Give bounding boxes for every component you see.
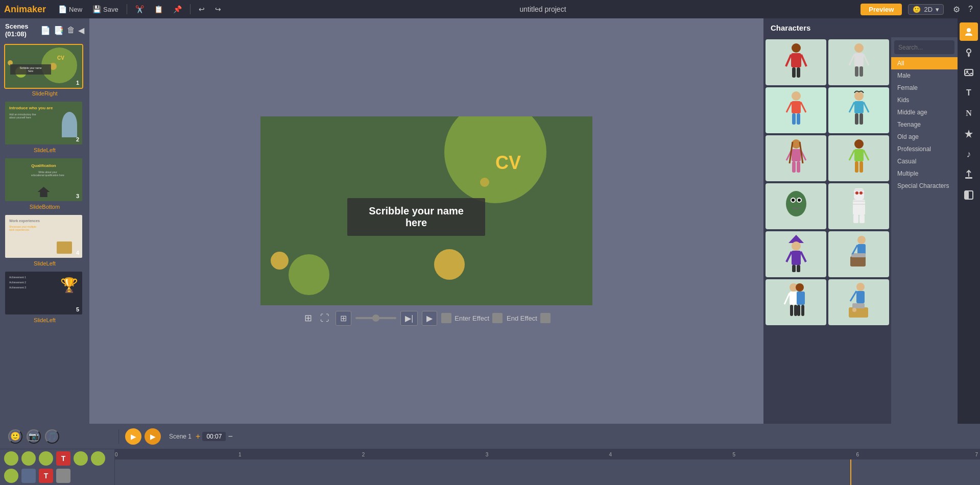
svg-line-67 xyxy=(784,293,790,304)
time-add-button[interactable]: + xyxy=(196,432,200,441)
char-card-6[interactable] xyxy=(828,135,889,181)
paste-button[interactable]: 📌 xyxy=(169,4,186,14)
char-card-4[interactable] xyxy=(828,87,889,133)
scene-item-4[interactable]: Work experiences Showcase your multiplew… xyxy=(4,214,85,266)
save-button[interactable]: 💾 Save xyxy=(88,4,123,14)
track-item-7[interactable] xyxy=(21,469,36,483)
characters-panel: Characters xyxy=(763,18,958,424)
scene-item-5[interactable]: Achievement 1 Achievement 2 Achievement … xyxy=(4,271,85,323)
scene-thumbnail-3[interactable]: Qualification Write about youreducationa… xyxy=(4,157,83,202)
track-item-t2[interactable]: T xyxy=(39,469,53,483)
svg-point-32 xyxy=(854,139,864,149)
stage-name-box[interactable]: Scribble your name here xyxy=(347,198,485,236)
copy-button[interactable]: 📋 xyxy=(150,4,167,14)
bg-tool-button[interactable] xyxy=(960,186,978,204)
filter-all[interactable]: All xyxy=(891,57,958,69)
duplicate-scene-button[interactable]: 📑 xyxy=(54,26,64,35)
svg-rect-66 xyxy=(790,292,798,305)
zoom-slider[interactable] xyxy=(355,317,396,319)
play-button[interactable]: ▶ xyxy=(125,428,141,445)
scene-thumbnail-4[interactable]: Work experiences Showcase your multiplew… xyxy=(4,214,83,259)
track-item-t1[interactable]: T xyxy=(56,451,70,466)
track-item-5[interactable] xyxy=(91,451,105,466)
music-tool-button[interactable]: ♪ xyxy=(960,145,978,163)
settings-icon[interactable]: ⚙ xyxy=(950,4,963,15)
redo-button[interactable]: ↪ xyxy=(211,4,225,14)
filter-middle-age[interactable]: Middle age xyxy=(891,106,958,118)
cut-button[interactable]: ✂️ xyxy=(131,4,148,14)
char-card-5[interactable] xyxy=(766,135,826,181)
enter-effect-button[interactable]: Enter Effect xyxy=(441,313,503,323)
char-filter-list: All Male Female Kids Middle age Teenage … xyxy=(891,57,958,192)
scene-item-3[interactable]: Qualification Write about youreducationa… xyxy=(4,157,85,210)
char-card-9[interactable] xyxy=(766,231,826,277)
preview-button[interactable]: Preview xyxy=(861,4,902,15)
help-icon[interactable]: ? xyxy=(965,4,976,15)
effects-tool-button[interactable] xyxy=(960,125,978,143)
track-item-2[interactable] xyxy=(21,451,36,466)
end-effect-button[interactable]: End Effect xyxy=(507,313,551,323)
char-search-input[interactable] xyxy=(898,44,958,51)
image-tool-button[interactable] xyxy=(960,63,978,82)
timeline-ruler: 0 1 2 3 4 5 6 7 xyxy=(115,449,980,459)
track-item-6[interactable] xyxy=(4,469,18,483)
play-all-button[interactable]: ▶ xyxy=(422,311,437,326)
filter-teenage[interactable]: Teenage xyxy=(891,118,958,131)
scene-item-1[interactable]: CV Scribble your namehere 1 SlideRight xyxy=(4,44,85,96)
char-card-8[interactable] xyxy=(828,183,889,229)
delete-scene-button[interactable]: 🗑 xyxy=(67,26,75,35)
fit-screen-button[interactable]: ⊞ xyxy=(302,310,314,326)
time-display: + 00:07 − xyxy=(196,432,233,441)
filter-male[interactable]: Male xyxy=(891,69,958,82)
filter-old-age[interactable]: Old age xyxy=(891,131,958,143)
time-minus-button[interactable]: − xyxy=(228,432,232,441)
chevron-down-icon: ▾ xyxy=(936,6,939,13)
brand-tool-button[interactable]: N xyxy=(960,104,978,123)
char-card-10[interactable] xyxy=(828,231,889,277)
scene-thumbnail-1[interactable]: CV Scribble your namehere 1 xyxy=(4,44,83,89)
char-search-box[interactable]: 🔍 xyxy=(894,40,954,54)
filter-professional[interactable]: Professional xyxy=(891,143,958,155)
zoom-thumb[interactable] xyxy=(372,314,379,322)
char-card-7[interactable] xyxy=(766,183,826,229)
mode-selector[interactable]: 🙂 2D ▾ xyxy=(908,4,944,15)
svg-rect-73 xyxy=(797,305,800,316)
timeline-camera-icon[interactable]: 📷 xyxy=(27,429,41,444)
location-tool-button[interactable] xyxy=(960,43,978,61)
scene-thumbnail-5[interactable]: Achievement 1 Achievement 2 Achievement … xyxy=(4,271,83,316)
char-card-1[interactable] xyxy=(766,39,826,85)
timeline-ruler-and-tracks: 0 1 2 3 4 5 6 7 xyxy=(115,449,980,485)
track-item-3[interactable] xyxy=(39,451,53,466)
filter-special[interactable]: Special Characters xyxy=(891,180,958,192)
timeline-character-icon[interactable]: 🙂 xyxy=(8,429,22,444)
new-button[interactable]: 📄 New xyxy=(54,4,86,14)
filter-female[interactable]: Female xyxy=(891,82,958,94)
grid-button[interactable]: ⊞ xyxy=(336,311,351,326)
play-scene-button[interactable]: ▶ xyxy=(145,428,161,445)
svg-line-20 xyxy=(849,102,854,112)
char-card-11[interactable] xyxy=(766,279,826,325)
scene-item-2[interactable]: Introduce who you are Add an introductor… xyxy=(4,101,85,153)
svg-rect-19 xyxy=(854,101,864,113)
svg-rect-72 xyxy=(797,292,805,305)
collapse-scenes-button[interactable]: ◀ xyxy=(78,26,84,35)
filter-casual[interactable]: Casual xyxy=(891,155,958,167)
char-card-2[interactable] xyxy=(828,39,889,85)
playhead[interactable] xyxy=(850,459,851,485)
char-card-3[interactable] xyxy=(766,87,826,133)
track-item-1[interactable] xyxy=(4,451,18,466)
scene-thumbnail-2[interactable]: Introduce who you are Add an introductor… xyxy=(4,101,83,146)
filter-kids[interactable]: Kids xyxy=(891,94,958,106)
text-tool-button[interactable]: T xyxy=(960,84,978,102)
track-item-8[interactable] xyxy=(56,469,70,483)
character-tool-button[interactable] xyxy=(960,22,978,41)
play-button[interactable]: ▶| xyxy=(400,311,418,326)
fullscreen-button[interactable]: ⛶ xyxy=(318,311,331,326)
timeline-music-icon[interactable]: 🎵 xyxy=(45,429,59,444)
char-card-12[interactable] xyxy=(828,279,889,325)
filter-multiple[interactable]: Multiple xyxy=(891,167,958,180)
undo-button[interactable]: ↩ xyxy=(195,4,209,14)
upload-tool-button[interactable] xyxy=(960,165,978,184)
track-item-4[interactable] xyxy=(74,451,88,466)
add-scene-button[interactable]: 📄 xyxy=(40,26,51,35)
